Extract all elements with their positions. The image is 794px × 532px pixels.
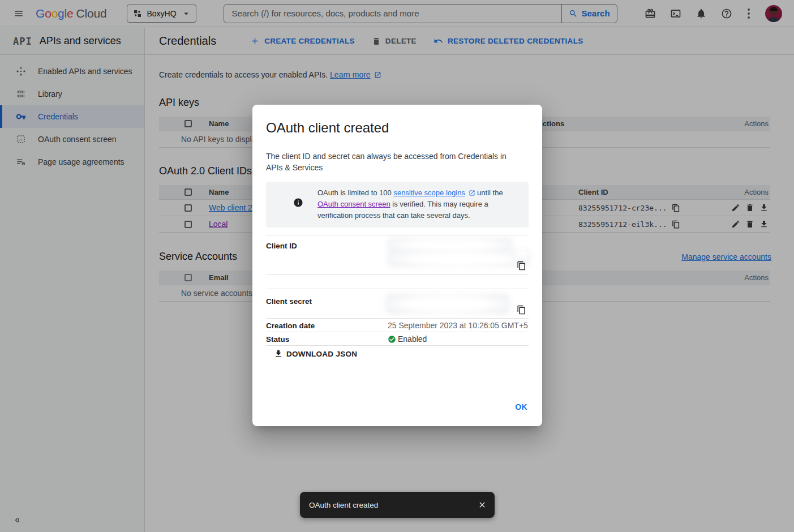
redacted-client-id (513, 249, 531, 258)
status-row: Status Enabled (266, 333, 529, 346)
snackbar: OAuth client created (300, 492, 495, 518)
download-json-button[interactable]: DOWNLOAD JSON (274, 349, 357, 358)
copy-icon[interactable] (517, 261, 526, 271)
verification-notice: OAuth is limited to 100 sensitive scope … (266, 182, 529, 228)
redacted-client-id (387, 251, 530, 267)
ok-button[interactable]: OK (515, 402, 527, 411)
creation-date-row: Creation date 25 September 2023 at 10:26… (266, 319, 529, 332)
sensitive-scope-logins-link[interactable]: sensitive scope logins (393, 188, 465, 197)
close-icon[interactable] (478, 500, 487, 509)
client-id-row: Client ID (266, 235, 529, 275)
status-label: Status (266, 335, 388, 344)
check-circle-icon (388, 335, 396, 344)
oauth-client-created-dialog: OAuth client created The client ID and s… (252, 105, 542, 426)
google-cloud-console: Google Cloud BoxyHQ Search (0, 0, 794, 532)
client-details-table: Client ID Client secret Creation d (266, 235, 529, 345)
download-icon (274, 349, 283, 358)
info-icon (293, 198, 303, 208)
client-secret-row: Client secret (266, 290, 529, 319)
notice-text: OAuth is limited to 100 sensitive scope … (317, 187, 521, 221)
creation-date-label: Creation date (266, 321, 388, 330)
redacted-client-secret (385, 294, 510, 314)
creation-date-value: 25 September 2023 at 10:26:05 GMT+5 (388, 321, 528, 330)
dialog-title: OAuth client created (266, 120, 389, 136)
oauth-consent-screen-link[interactable]: OAuth consent screen (317, 200, 390, 208)
copy-icon[interactable] (517, 305, 526, 315)
external-link-icon (469, 190, 475, 196)
status-badge: Enabled (398, 334, 427, 344)
spacer-row (266, 276, 529, 289)
dialog-subtitle: The client ID and secret can always be a… (266, 151, 521, 173)
snackbar-message: OAuth client created (309, 501, 478, 509)
